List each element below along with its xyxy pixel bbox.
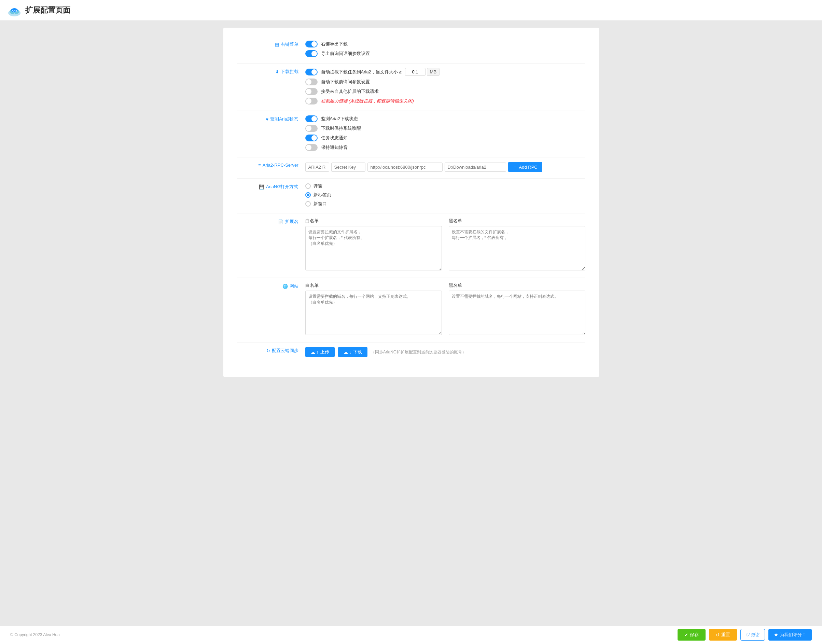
heart-icon: ♥ xyxy=(266,117,268,122)
sync-icon: ↻ xyxy=(266,348,270,353)
file-size-input-group: MB xyxy=(405,68,440,76)
radio-row-new-tab[interactable]: 新标签页 xyxy=(305,192,585,198)
toggle-keep-awake[interactable] xyxy=(305,125,317,132)
ext-name-content: 白名单 黑名单 xyxy=(305,218,585,271)
section-label-cloud: ↻ 配置云端同步 xyxy=(237,347,305,354)
svg-text:Aria: Aria xyxy=(12,9,17,12)
rpc-icon: ≡ xyxy=(258,163,261,168)
cloud-sync-content: ☁ ↑ 上传 ☁ ↓ 下载 （同步AriaNG和扩展配置到当前浏览器登陆的账号） xyxy=(305,347,585,357)
website-whitelist-label: 白名单 xyxy=(305,282,442,288)
main-container: ▤ 右键菜单 右键导出下载 导出前询问详细参数设置 ⬇ xyxy=(223,28,599,377)
section-right-click-menu: ▤ 右键菜单 右键导出下载 导出前询问详细参数设置 xyxy=(237,38,585,60)
section-label-monitor: ♥ 监测Aria2状态 xyxy=(237,115,305,122)
rpc-name-input[interactable] xyxy=(305,163,329,172)
toggle-row-export-download: 右键导出下载 xyxy=(305,41,585,48)
menu-icon: ▤ xyxy=(275,42,279,47)
radio-row-new-window[interactable]: 新窗口 xyxy=(305,201,585,207)
website-blacklist-group: 黑名单 xyxy=(449,282,585,336)
ext-icon: 📄 xyxy=(278,219,284,224)
right-click-content: 右键导出下载 导出前询问详细参数设置 xyxy=(305,41,585,57)
ariang-open-content: 弹窗 新标签页 新窗口 xyxy=(305,183,585,207)
plus-icon: ＋ xyxy=(513,164,517,170)
section-ariang-open: 💾 AriaNG打开方式 弹窗 新标签页 新窗口 xyxy=(237,180,585,210)
website-pair: 白名单 黑名单 xyxy=(305,282,585,336)
website-blacklist-textarea[interactable] xyxy=(449,291,585,335)
radio-row-popup[interactable]: 弹窗 xyxy=(305,183,585,189)
file-size-input[interactable] xyxy=(405,68,425,76)
section-label-right-click: ▤ 右键菜单 xyxy=(237,41,305,48)
toggle-monitor-status[interactable] xyxy=(305,115,317,122)
toggle-export-ask[interactable] xyxy=(305,50,317,57)
toggle-row-keep-awake: 下载时保持系统唤醒 xyxy=(305,125,585,132)
section-cloud-sync: ↻ 配置云端同步 ☁ ↑ 上传 ☁ ↓ 下载 （同步AriaNG和扩展配置到当前… xyxy=(237,344,585,360)
section-label-website: 🌐 网站 xyxy=(237,282,305,289)
toggle-accept-extensions[interactable] xyxy=(305,88,317,95)
toggle-export-download[interactable] xyxy=(305,41,317,48)
ext-blacklist-group: 黑名单 xyxy=(449,218,585,271)
section-label-download: ⬇ 下载拦截 xyxy=(237,68,305,75)
toggle-task-notify[interactable] xyxy=(305,135,317,141)
upload-button[interactable]: ☁ ↑ 上传 xyxy=(305,347,335,357)
top-bar: Aria 2 扩展配置页面 xyxy=(0,0,822,21)
section-website: 🌐 网站 白名单 黑名单 xyxy=(237,280,585,339)
mb-label: MB xyxy=(427,68,440,76)
website-blacklist-label: 黑名单 xyxy=(449,282,585,288)
rpc-content: ＋ Add RPC xyxy=(305,162,585,172)
ariang-icon: 💾 xyxy=(259,184,264,190)
toggle-row-keep-silent: 保持通知静音 xyxy=(305,144,585,151)
rpc-input-row: ＋ Add RPC xyxy=(305,162,585,172)
toggle-auto-intercept[interactable] xyxy=(305,69,317,75)
ext-name-pair: 白名单 黑名单 xyxy=(305,218,585,271)
section-download-intercept: ⬇ 下载拦截 自动拦截下载任务到Aria2，当文件大小 ≥ MB xyxy=(237,65,585,107)
radio-new-window[interactable] xyxy=(305,201,311,207)
section-label-ext: 📄 扩展名 xyxy=(237,218,305,225)
website-content: 白名单 黑名单 xyxy=(305,282,585,336)
download-cloud-button[interactable]: ☁ ↓ 下载 xyxy=(338,347,368,357)
cloud-sync-row: ☁ ↑ 上传 ☁ ↓ 下载 （同步AriaNG和扩展配置到当前浏览器登陆的账号） xyxy=(305,347,585,357)
section-monitor-aria2: ♥ 监测Aria2状态 监测Aria2下载状态 下载时保持系统唤醒 xyxy=(237,113,585,154)
toggle-row-export-ask: 导出前询问详细参数设置 xyxy=(305,50,585,57)
add-rpc-button[interactable]: ＋ Add RPC xyxy=(508,162,542,172)
rpc-url-input[interactable] xyxy=(368,163,443,172)
toggle-row-accept-extensions: 接受来自其他扩展的下载请求 xyxy=(305,88,585,95)
radio-popup[interactable] xyxy=(305,183,311,189)
website-whitelist-group: 白名单 xyxy=(305,282,442,336)
monitor-aria2-content: 监测Aria2下载状态 下载时保持系统唤醒 任务状态通知 xyxy=(305,115,585,151)
toggle-row-auto-intercept: 自动拦截下载任务到Aria2，当文件大小 ≥ MB xyxy=(305,68,585,76)
ext-blacklist-label: 黑名单 xyxy=(449,218,585,224)
page-title: 扩展配置页面 xyxy=(25,5,71,15)
ext-blacklist-textarea[interactable] xyxy=(449,226,585,270)
cloud-sync-note: （同步AriaNG和扩展配置到当前浏览器登陆的账号） xyxy=(371,349,466,355)
download-icon: ☁ ↓ xyxy=(344,350,351,355)
section-ext-name: 📄 扩展名 白名单 黑名单 xyxy=(237,215,585,274)
aria2-logo: Aria 2 xyxy=(7,3,22,18)
toggle-intercept-magnet[interactable] xyxy=(305,98,317,104)
download-intercept-content: 自动拦截下载任务到Aria2，当文件大小 ≥ MB 自动下载前询问参数设置 xyxy=(305,68,585,104)
toggle-row-monitor-status: 监测Aria2下载状态 xyxy=(305,115,585,122)
radio-new-tab[interactable] xyxy=(305,192,311,198)
toggle-row-intercept-magnet: 拦截磁力链接 (系统级拦截，卸载前请确保关闭) xyxy=(305,98,585,104)
section-rpc-server: ≡ Aria2-RPC-Server ＋ Add RPC xyxy=(237,159,585,175)
ext-whitelist-label: 白名单 xyxy=(305,218,442,224)
toggle-keep-silent[interactable] xyxy=(305,144,317,151)
toggle-row-auto-ask: 自动下载前询问参数设置 xyxy=(305,78,585,85)
section-label-ariang: 💾 AriaNG打开方式 xyxy=(237,183,305,190)
ext-whitelist-group: 白名单 xyxy=(305,218,442,271)
section-label-rpc: ≡ Aria2-RPC-Server xyxy=(237,162,305,168)
rpc-path-input[interactable] xyxy=(445,163,506,172)
download-icon: ⬇ xyxy=(275,69,279,74)
website-whitelist-textarea[interactable] xyxy=(305,291,442,335)
ext-whitelist-textarea[interactable] xyxy=(305,226,442,270)
globe-icon: 🌐 xyxy=(282,284,288,289)
upload-icon: ☁ ↑ xyxy=(311,350,319,355)
toggle-auto-ask[interactable] xyxy=(305,78,317,85)
rpc-secret-input[interactable] xyxy=(331,163,365,172)
toggle-row-task-notify: 任务状态通知 xyxy=(305,135,585,141)
